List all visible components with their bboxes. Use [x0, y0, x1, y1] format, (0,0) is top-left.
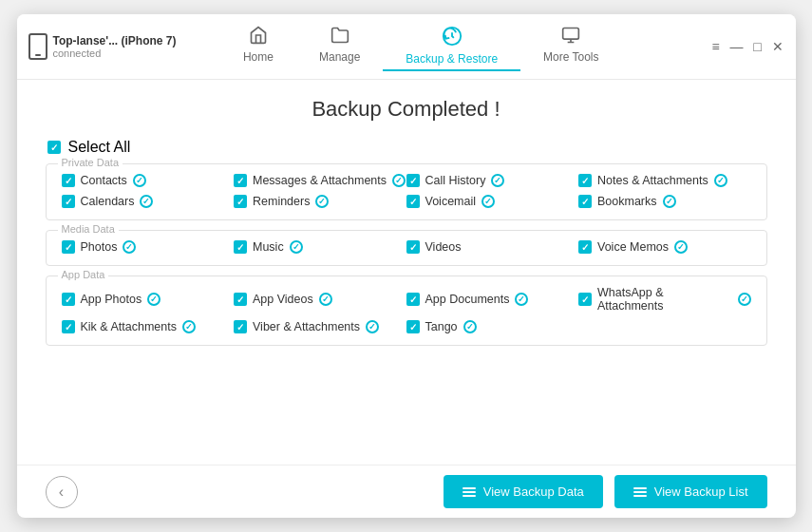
list-icon [463, 487, 476, 497]
videos-checkbox[interactable] [406, 240, 420, 254]
app-documents-verified-icon [515, 293, 528, 306]
back-icon: ‹ [59, 484, 64, 501]
bookmarks-label: Bookmarks [597, 195, 657, 208]
close-button[interactable]: ✕ [772, 41, 784, 52]
viber-label: Viber & Attachments [253, 320, 360, 333]
app-data-grid: App Photos App Videos App Documents What… [62, 286, 751, 333]
list-item: Music [234, 240, 406, 254]
notes-checkbox[interactable] [578, 174, 592, 187]
notes-label: Notes & Attachments [597, 174, 708, 187]
list-item: Voicemail [406, 195, 579, 208]
call-history-checkbox[interactable] [406, 174, 420, 187]
view-backup-data-label: View Backup Data [483, 484, 584, 499]
list-item: Messages & Attachments [234, 174, 406, 187]
list-item: App Photos [62, 286, 235, 313]
notes-verified-icon [714, 174, 727, 187]
voicemail-label: Voicemail [425, 195, 477, 208]
kik-label: Kik & Attachments [81, 320, 177, 333]
tab-home-label: Home [243, 50, 274, 64]
photos-label: Photos [81, 240, 118, 254]
music-label: Music [253, 240, 284, 254]
photos-verified-icon [123, 240, 136, 254]
list-item: Reminders [234, 195, 406, 208]
bookmarks-checkbox[interactable] [578, 195, 592, 208]
main-content: Backup Completed ! Select All Private Da… [17, 80, 796, 465]
app-photos-verified-icon [147, 293, 161, 306]
list-item: App Documents [406, 286, 579, 313]
tab-manage-label: Manage [319, 50, 360, 64]
list-item: Photos [62, 240, 235, 254]
media-data-grid: Photos Music Videos Voice Memos [62, 240, 751, 254]
kik-checkbox[interactable] [62, 320, 75, 333]
contacts-verified-icon [133, 174, 146, 187]
app-data-label: App Data [58, 269, 109, 280]
tab-home[interactable]: Home [220, 22, 296, 71]
page-title: Backup Completed ! [46, 97, 767, 122]
svg-rect-1 [563, 28, 579, 40]
tab-more-tools-label: More Tools [543, 50, 598, 64]
voicemail-checkbox[interactable] [406, 195, 420, 208]
list-item: Viber & Attachments [234, 320, 406, 333]
reminders-label: Reminders [253, 195, 310, 208]
app-videos-verified-icon [319, 293, 332, 306]
calendars-verified-icon [140, 195, 153, 208]
home-icon [249, 26, 268, 48]
footer-actions: View Backup Data View Backup List [444, 475, 767, 508]
bookmarks-verified-icon [663, 195, 676, 208]
whatsapp-checkbox[interactable] [578, 293, 592, 306]
manage-icon [330, 26, 349, 48]
private-data-grid: Contacts Messages & Attachments Call His… [62, 174, 751, 208]
minimize-button[interactable]: — [730, 41, 742, 52]
call-history-verified-icon [491, 174, 504, 187]
app-videos-label: App Videos [253, 293, 313, 306]
messages-checkbox[interactable] [234, 174, 247, 187]
media-data-section: Media Data Photos Music Videos [46, 230, 767, 266]
tab-backup-restore[interactable]: Backup & Restore [383, 22, 520, 71]
tab-manage[interactable]: Manage [296, 22, 383, 71]
reminders-verified-icon [315, 195, 329, 208]
photos-checkbox[interactable] [62, 240, 75, 254]
maximize-button[interactable]: □ [751, 41, 763, 52]
music-checkbox[interactable] [234, 240, 247, 254]
tango-verified-icon [463, 320, 477, 333]
voice-memos-verified-icon [674, 240, 688, 254]
app-data-section: App Data App Photos App Videos App Docum… [46, 276, 767, 346]
private-data-section: Private Data Contacts Messages & Attachm… [46, 163, 767, 220]
list-item: WhatsApp & Attachments [578, 286, 751, 313]
select-all-checkbox[interactable] [47, 141, 61, 154]
contacts-checkbox[interactable] [62, 174, 75, 187]
list-item: App Videos [234, 286, 406, 313]
list-item: Tango [406, 320, 579, 333]
view-backup-list-label: View Backup List [654, 484, 748, 499]
app-documents-checkbox[interactable] [406, 293, 420, 306]
whatsapp-verified-icon [738, 293, 751, 306]
viber-checkbox[interactable] [234, 320, 247, 333]
list-icon-2 [633, 487, 647, 497]
videos-label: Videos [425, 240, 462, 254]
phone-icon [28, 33, 47, 60]
whatsapp-label: WhatsApp & Attachments [597, 286, 732, 313]
calendars-label: Calendars [81, 195, 135, 208]
list-item: Contacts [62, 174, 235, 187]
music-verified-icon [290, 240, 303, 254]
select-all-label: Select All [68, 139, 131, 156]
reminders-checkbox[interactable] [234, 195, 247, 208]
calendars-checkbox[interactable] [62, 195, 75, 208]
view-backup-data-button[interactable]: View Backup Data [444, 475, 603, 508]
messages-label: Messages & Attachments [253, 174, 387, 187]
voice-memos-checkbox[interactable] [578, 240, 592, 254]
view-backup-list-button[interactable]: View Backup List [614, 475, 767, 508]
backup-icon [442, 26, 463, 49]
tools-icon [561, 26, 580, 48]
device-info: Top-lanse'... (iPhone 7) connected [28, 33, 177, 60]
list-item: Call History [406, 174, 579, 187]
tango-checkbox[interactable] [406, 320, 420, 333]
kik-verified-icon [182, 320, 196, 333]
app-videos-checkbox[interactable] [234, 293, 247, 306]
tab-more-tools[interactable]: More Tools [520, 22, 621, 71]
app-photos-checkbox[interactable] [62, 293, 75, 306]
back-button[interactable]: ‹ [46, 476, 78, 508]
app-documents-label: App Documents [425, 293, 510, 306]
menu-button[interactable]: ≡ [709, 41, 721, 52]
viber-verified-icon [366, 320, 379, 333]
